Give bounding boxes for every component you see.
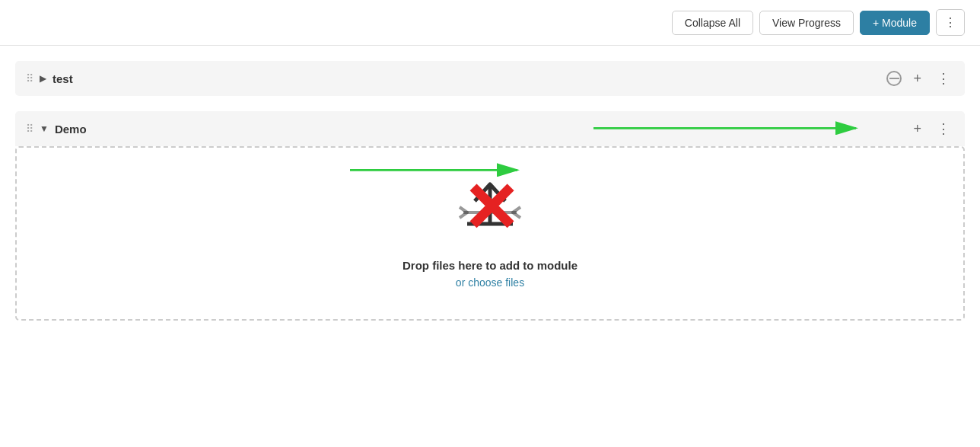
module-title-test: test: [52, 72, 886, 85]
module-row-demo: ⠿ ▼ Demo + ⋮: [15, 111, 965, 146]
module-actions-demo: + ⋮: [909, 119, 954, 139]
expand-icon-test[interactable]: ▶: [40, 73, 46, 84]
module-row-test: ⠿ ▶ test + ⋮: [15, 61, 965, 96]
expand-icon-demo[interactable]: ▼: [40, 123, 49, 134]
upload-icon: [452, 171, 528, 239]
view-progress-button[interactable]: View Progress: [759, 11, 854, 35]
drop-zone[interactable]: ✕ Drop files here to add to module or ch…: [15, 146, 965, 321]
module-actions-test: + ⋮: [886, 69, 954, 88]
content-area: ⠿ ▶ test + ⋮ ⠿ ▼ Demo + ⋮: [0, 46, 980, 343]
drop-files-text: Drop files here to add to module: [402, 259, 578, 272]
module-title-demo: Demo: [55, 123, 910, 136]
drag-handle-test[interactable]: ⠿: [26, 72, 33, 85]
add-item-button-test[interactable]: +: [909, 69, 925, 88]
more-options-button[interactable]: ⋮: [936, 9, 965, 36]
demo-module-wrapper: ⠿ ▼ Demo + ⋮: [15, 111, 965, 321]
more-options-button-test[interactable]: ⋮: [933, 69, 954, 88]
collapse-all-button[interactable]: Collapse All: [672, 11, 753, 35]
choose-files-link[interactable]: or choose files: [456, 276, 524, 289]
toolbar: Collapse All View Progress + Module ⋮: [0, 0, 980, 46]
no-entry-icon-test[interactable]: [886, 71, 902, 86]
more-options-button-demo[interactable]: ⋮: [933, 119, 954, 139]
add-item-button-demo[interactable]: +: [909, 120, 925, 139]
add-module-button[interactable]: + Module: [860, 11, 930, 35]
upload-icon-area: ✕: [444, 171, 536, 247]
drag-handle-demo[interactable]: ⠿: [26, 123, 33, 135]
